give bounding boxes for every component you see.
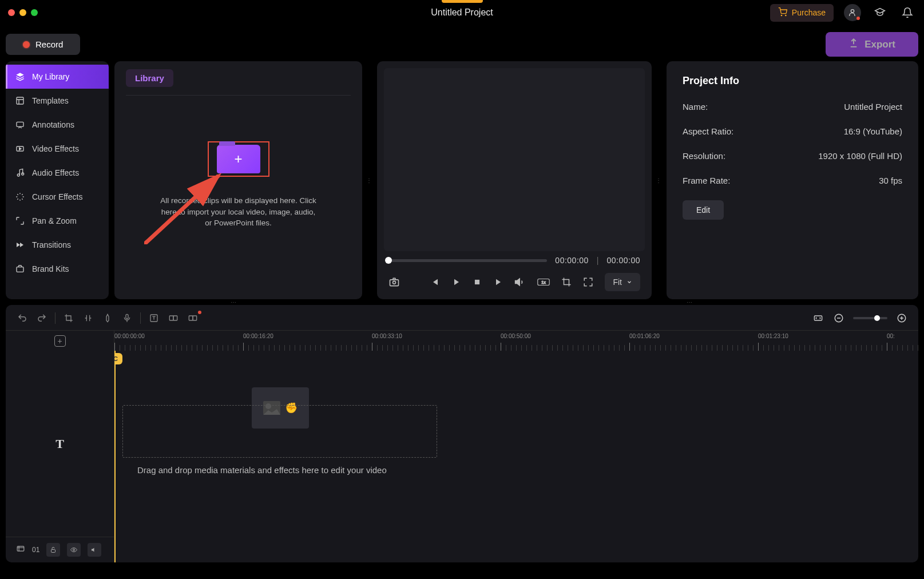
next-frame-button[interactable]	[494, 275, 503, 289]
svg-point-2	[851, 10, 854, 13]
sidebar-item-pan-zoom[interactable]: Pan & Zoom	[6, 209, 109, 233]
fullscreen-button[interactable]	[583, 275, 593, 289]
sidebar-item-transitions[interactable]: Transitions	[6, 233, 109, 257]
panel-resize-handle[interactable]: ⋮	[657, 61, 661, 299]
minimize-window-button[interactable]	[19, 9, 26, 16]
purchase-label: Purchase	[792, 8, 826, 17]
zoom-out-button[interactable]	[832, 312, 845, 324]
folder-plus-icon: +	[217, 145, 260, 173]
playback-speed-button[interactable]: 1x	[537, 275, 550, 289]
window-controls	[8, 9, 38, 16]
sidebar-item-label: Transitions	[32, 240, 71, 249]
video-effects-icon	[15, 144, 25, 154]
purchase-button[interactable]: Purchase	[770, 4, 834, 22]
prev-frame-button[interactable]	[431, 275, 441, 289]
sidebar-item-label: Audio Effects	[32, 168, 79, 177]
svg-rect-15	[126, 314, 128, 319]
zoom-thumb-icon	[874, 315, 880, 321]
separator	[140, 312, 141, 324]
svg-text:1x: 1x	[542, 280, 546, 284]
stop-button[interactable]	[473, 275, 482, 289]
info-fps-label: Frame Rate:	[683, 176, 730, 185]
drag-handle-icon: ⋮	[366, 177, 373, 184]
lock-track-button[interactable]	[46, 543, 60, 557]
voiceover-button[interactable]	[121, 312, 133, 324]
timeline-ruler[interactable]: 00:00:00:00 00:00:16:20 00:00:33:10 00:0…	[114, 331, 918, 351]
panel-resize-handle[interactable]: ⋮	[368, 61, 371, 299]
timeline-toolbar	[6, 308, 918, 330]
sidebar-item-templates[interactable]: Templates	[6, 89, 109, 113]
sidebar-item-audio-effects[interactable]: Audio Effects	[6, 161, 109, 185]
split-button[interactable]	[82, 312, 94, 324]
mute-track-button[interactable]	[88, 543, 101, 557]
tutorials-button[interactable]	[871, 4, 889, 21]
pan-zoom-icon	[15, 216, 25, 226]
fit-label: Fit	[613, 277, 622, 287]
drag-handle-icon: ⋮	[656, 177, 663, 184]
preview-panel: 00:00:00 | 00:00:00 1x Fit	[377, 61, 652, 299]
fit-timeline-button[interactable]	[812, 312, 824, 324]
svg-rect-4	[17, 122, 23, 126]
tracks-canvas[interactable]: ЗІС ✊ Drag and drop media materials and …	[114, 351, 918, 562]
timeline-hint-text: Drag and drop media materials and effect…	[137, 465, 387, 475]
notifications-button[interactable]	[899, 4, 916, 21]
title-accent	[442, 0, 483, 3]
export-button[interactable]: Export	[826, 32, 918, 57]
info-name-label: Name:	[683, 102, 708, 112]
crop-button[interactable]	[561, 275, 572, 289]
playhead[interactable]	[114, 351, 116, 562]
sidebar-item-brand-kits[interactable]: Brand Kits	[6, 257, 109, 281]
redo-button[interactable]	[35, 312, 48, 324]
svg-point-26	[73, 549, 75, 551]
chevron-down-icon	[626, 277, 632, 287]
record-label: Record	[35, 39, 63, 49]
snapshot-button[interactable]	[388, 275, 400, 289]
titlebar: Untitled Project Purchase	[0, 0, 924, 25]
text-tool-button[interactable]	[148, 312, 160, 324]
account-button[interactable]	[844, 4, 861, 21]
info-resolution-label: Resolution:	[683, 151, 725, 161]
cart-icon	[778, 7, 787, 18]
project-title: Untitled Project	[431, 7, 493, 18]
close-window-button[interactable]	[8, 9, 15, 16]
audio-effects-icon	[15, 168, 25, 178]
crop-tool-button[interactable]	[62, 312, 75, 324]
zoom-slider[interactable]	[853, 317, 887, 319]
marker-button[interactable]	[101, 312, 114, 324]
ruler-label: 00:	[887, 333, 895, 339]
text-track-header[interactable]: T	[6, 351, 114, 537]
zoom-in-button[interactable]	[895, 312, 908, 324]
sidebar-item-video-effects[interactable]: Video Effects	[6, 137, 109, 161]
visibility-track-button[interactable]	[67, 543, 81, 557]
edit-project-button[interactable]: Edit	[683, 200, 724, 220]
seek-thumb-icon	[385, 257, 392, 264]
svg-rect-12	[475, 280, 479, 284]
svg-rect-24	[17, 546, 24, 551]
group-button[interactable]	[167, 312, 180, 324]
main-panels: My Library Templates Annotations Video E…	[0, 61, 924, 299]
export-label: Export	[864, 39, 895, 50]
sidebar-item-annotations[interactable]: Annotations	[6, 113, 109, 137]
undo-button[interactable]	[16, 312, 29, 324]
sidebar-item-my-library[interactable]: My Library	[6, 65, 109, 89]
import-media-button[interactable]: +	[208, 141, 269, 177]
in-out-marker[interactable]: ЗІС	[114, 353, 122, 364]
sidebar-item-label: Annotations	[32, 120, 74, 129]
sidebar-item-cursor-effects[interactable]: Cursor Effects	[6, 185, 109, 209]
play-button[interactable]	[452, 275, 462, 289]
library-tab[interactable]: Library	[126, 69, 173, 87]
record-button[interactable]: Record	[6, 34, 80, 55]
add-track-button[interactable]: +	[54, 335, 66, 347]
svg-point-0	[781, 15, 782, 15]
maximize-window-button[interactable]	[31, 9, 38, 16]
playback-seek-slider[interactable]	[388, 259, 547, 262]
annotation-icon	[15, 120, 25, 130]
volume-button[interactable]	[514, 275, 526, 289]
ruler-label: 00:01:23:10	[758, 333, 788, 339]
preview-canvas[interactable]	[384, 68, 645, 251]
record-icon	[23, 41, 30, 48]
media-drop-zone[interactable]	[122, 405, 437, 458]
horizontal-resize-handle[interactable]: ⋯ ⋯	[0, 299, 924, 305]
fit-dropdown[interactable]: Fit	[605, 273, 640, 291]
effects-button[interactable]	[187, 312, 199, 324]
